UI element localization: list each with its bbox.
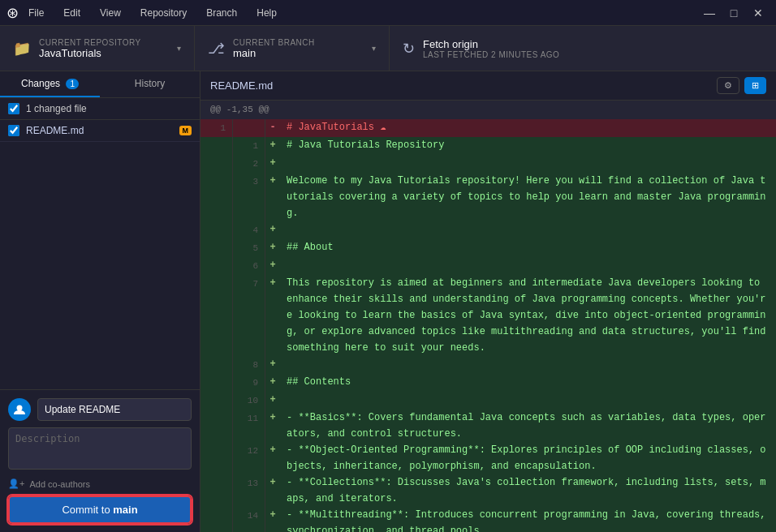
- diff-line-old-num: [200, 257, 233, 275]
- diff-settings-button[interactable]: ⚙: [717, 77, 739, 94]
- diff-line-old-num: [200, 137, 233, 155]
- minimize-button[interactable]: —: [698, 2, 721, 24]
- title-bar-left: ⊛ File Edit View Repository Branch Help: [6, 4, 280, 22]
- commit-author-row: [8, 398, 192, 421]
- diff-line-code: - **Object-Oriented Programming**: Explo…: [280, 442, 776, 474]
- diff-filename: README.md: [210, 79, 273, 92]
- changed-files-header: 1 changed file: [0, 98, 200, 120]
- branch-text: Current branch main: [233, 38, 315, 59]
- commit-message-input[interactable]: [37, 398, 192, 421]
- tab-history[interactable]: History: [100, 71, 200, 97]
- diff-header-actions: ⚙ ⊞: [717, 77, 766, 94]
- fetch-origin-section[interactable]: ↻ Fetch origin Last fetched 2 minutes ag…: [390, 26, 776, 71]
- menu-file[interactable]: File: [25, 6, 47, 20]
- diff-content[interactable]: @@ -1,35 @@ 1-# JavaTutorials ☁1+# Java …: [200, 101, 776, 532]
- diff-line-new-num: [233, 119, 265, 137]
- diff-line-sign: +: [265, 173, 280, 221]
- commit-description-input[interactable]: [8, 427, 192, 470]
- diff-line-new-num: 12: [233, 442, 265, 474]
- add-coauthor-row[interactable]: 👤+ Add co-authors: [8, 478, 192, 489]
- diff-line-new-num: 4: [233, 221, 265, 239]
- menu-repository[interactable]: Repository: [137, 6, 190, 20]
- sidebar: Changes 1 History 1 changed file README.…: [0, 71, 200, 532]
- diff-line: 9+## Contents: [200, 374, 776, 392]
- diff-line: 12+- **Object-Oriented Programming**: Ex…: [200, 442, 776, 474]
- diff-line-sign: +: [265, 275, 280, 356]
- diff-line-code: [280, 155, 776, 173]
- commit-button[interactable]: Commit to main: [8, 496, 192, 524]
- diff-line-old-num: [200, 374, 233, 392]
- diff-line: 4+: [200, 221, 776, 239]
- add-coauthor-label: Add co-authors: [29, 479, 90, 489]
- diff-line-old-num: [200, 474, 233, 507]
- file-status-badge: M: [179, 126, 192, 135]
- diff-line-code: # Java Tutorials Repository: [280, 137, 776, 155]
- menu-bar: File Edit View Repository Branch Help: [25, 6, 280, 20]
- menu-branch[interactable]: Branch: [203, 6, 240, 20]
- diff-line-sign: +: [265, 392, 280, 410]
- diff-line-new-num: 11: [233, 410, 265, 442]
- diff-line-new-num: 5: [233, 239, 265, 257]
- svg-point-0: [17, 405, 23, 411]
- diff-line-sign: +: [265, 155, 280, 173]
- diff-line-new-num: 9: [233, 374, 265, 392]
- diff-line-code: ## About: [280, 239, 776, 257]
- diff-line: 5+## About: [200, 239, 776, 257]
- diff-line-code: ## Contents: [280, 374, 776, 392]
- author-avatar: [8, 398, 31, 421]
- current-branch-section[interactable]: ⎇ Current branch main ▾: [195, 26, 390, 71]
- title-bar: ⊛ File Edit View Repository Branch Help …: [0, 0, 776, 26]
- diff-line-sign: +: [265, 239, 280, 257]
- menu-view[interactable]: View: [97, 6, 124, 20]
- fetch-subtitle: Last fetched 2 minutes ago: [423, 50, 559, 59]
- menu-edit[interactable]: Edit: [60, 6, 84, 20]
- diff-line: 14+- **Multithreading**: Introduces conc…: [200, 507, 776, 533]
- repo-value: JavaTutorials: [39, 47, 141, 59]
- diff-line-sign: +: [265, 474, 280, 507]
- diff-line-sign: +: [265, 257, 280, 275]
- diff-line-sign: +: [265, 410, 280, 442]
- diff-line-old-num: 1: [200, 119, 233, 137]
- diff-line-code: [280, 356, 776, 374]
- diff-line: 10+: [200, 392, 776, 410]
- select-all-checkbox[interactable]: [8, 103, 19, 114]
- diff-line-code: [280, 221, 776, 239]
- diff-line-sign: +: [265, 221, 280, 239]
- tab-changes[interactable]: Changes 1: [0, 71, 100, 97]
- diff-hunk-header: @@ -1,35 @@: [200, 101, 776, 119]
- diff-line: 3+Welcome to my Java Tutorials repositor…: [200, 173, 776, 221]
- diff-line-old-num: [200, 356, 233, 374]
- diff-line: 11+- **Basics**: Covers fundamental Java…: [200, 410, 776, 442]
- changed-files-count: 1 changed file: [26, 103, 87, 114]
- diff-line-new-num: 8: [233, 356, 265, 374]
- file-checkbox[interactable]: [8, 125, 19, 136]
- diff-expand-button[interactable]: ⊞: [744, 77, 766, 94]
- sidebar-tabs: Changes 1 History: [0, 71, 200, 98]
- file-item-readme[interactable]: README.md M: [0, 120, 200, 142]
- diff-line-sign: +: [265, 356, 280, 374]
- diff-line-old-num: [200, 173, 233, 221]
- fetch-text: Fetch origin Last fetched 2 minutes ago: [423, 38, 559, 59]
- github-avatar-icon: [13, 403, 26, 416]
- changes-count-badge: 1: [66, 79, 79, 89]
- branch-label: Current branch: [233, 38, 315, 47]
- diff-line-new-num: 14: [233, 507, 265, 533]
- repo-text: Current repository JavaTutorials: [39, 38, 141, 59]
- maximize-button[interactable]: □: [722, 2, 745, 24]
- diff-line-new-num: 2: [233, 155, 265, 173]
- repo-icon: 📁: [13, 40, 31, 58]
- file-checkbox-wrapper[interactable]: [8, 125, 19, 136]
- branch-icon: ⎇: [208, 40, 225, 58]
- diff-line-old-num: [200, 410, 233, 442]
- toolbar: 📁 Current repository JavaTutorials ▾ ⎇ C…: [0, 26, 776, 71]
- diff-line-old-num: [200, 507, 233, 533]
- current-repo-section[interactable]: 📁 Current repository JavaTutorials ▾: [0, 26, 195, 71]
- repo-label: Current repository: [39, 38, 141, 47]
- menu-help[interactable]: Help: [253, 6, 280, 20]
- diff-line-code: - **Multithreading**: Introduces concurr…: [280, 507, 776, 533]
- add-person-icon: 👤+: [8, 478, 24, 489]
- file-name-label: README.md: [26, 125, 173, 136]
- diff-line-old-num: [200, 442, 233, 474]
- select-all-checkbox-wrapper[interactable]: [8, 103, 19, 114]
- close-button[interactable]: ✕: [747, 2, 770, 24]
